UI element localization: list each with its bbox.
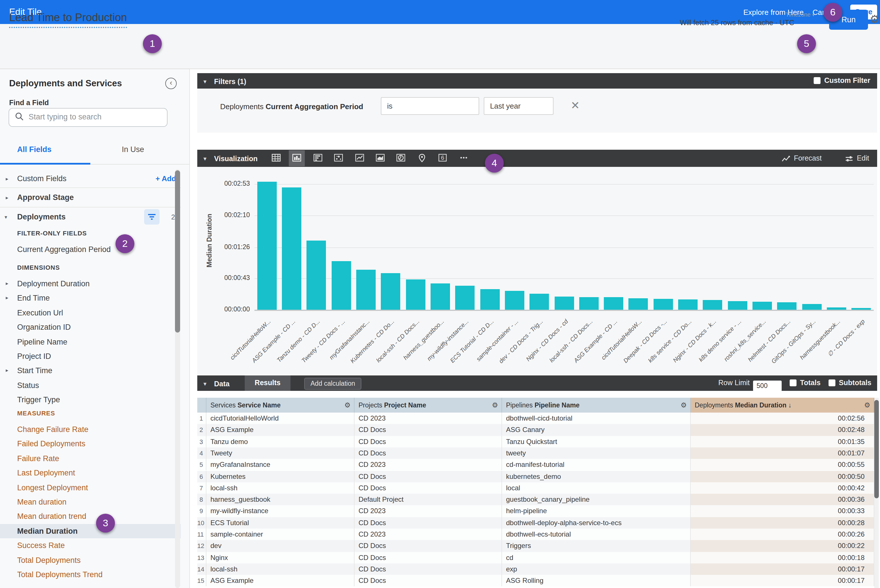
- sidebar-scrollbar-thumb[interactable]: [175, 170, 180, 333]
- gear-icon[interactable]: ⚙: [870, 13, 879, 26]
- field-start-time[interactable]: ▸Start Time: [0, 364, 181, 378]
- bar-k8s-service-cd-do[interactable]: [678, 299, 698, 310]
- gear-icon[interactable]: ⚙: [680, 398, 687, 412]
- bar-tweety-cd-docs[interactable]: [331, 261, 351, 310]
- field-deployment-duration[interactable]: ▸Deployment Duration: [0, 277, 181, 291]
- table-row[interactable]: 13NginxCD Docscd00:00:18: [197, 552, 874, 563]
- field-project-id[interactable]: Project ID: [0, 349, 181, 364]
- totals-checkbox[interactable]: [790, 380, 797, 386]
- pie-chart-icon[interactable]: [393, 150, 409, 166]
- add-calculation-button[interactable]: Add calculation: [304, 378, 361, 390]
- column-header-median-duration[interactable]: Deployments Median Duration ↓ ⚙: [691, 398, 874, 412]
- field-current-aggregation-period[interactable]: Current Aggregation Period: [0, 242, 181, 257]
- table-row[interactable]: 9my-wildfly-instanceCD 2023helm-pipeline…: [197, 506, 874, 517]
- remove-filter-icon[interactable]: ✕: [571, 99, 580, 112]
- filter-value-input[interactable]: Last year: [484, 97, 554, 115]
- bar-chart-icon[interactable]: [310, 150, 326, 166]
- results-tab[interactable]: Results: [245, 375, 290, 391]
- subtotals-checkbox[interactable]: [829, 380, 835, 386]
- bar-cicdtutorialhellow[interactable]: [629, 298, 648, 310]
- bar-deepak-cd-docs[interactable]: [654, 299, 673, 310]
- bar-sample-container[interactable]: [505, 291, 524, 310]
- more-icon[interactable]: [456, 150, 471, 166]
- table-row[interactable]: 7local-sshCD Docslocal00:00:42: [197, 482, 874, 494]
- field-trigger-type[interactable]: Trigger Type: [0, 393, 181, 407]
- map-pin-icon[interactable]: [414, 150, 430, 166]
- bar-tanzu-demo-cd-d[interactable]: [307, 241, 326, 310]
- bar-cicdtutorialhellow[interactable]: [257, 182, 277, 310]
- filter-operator-select[interactable]: is: [381, 97, 479, 115]
- bar-local-ssh-cd-docs[interactable]: [406, 279, 425, 310]
- line-chart-icon[interactable]: [351, 150, 367, 166]
- column-header-service-name[interactable]: Services Service Name ⚙: [206, 398, 355, 412]
- add-custom-field-button[interactable]: + Add: [155, 171, 176, 186]
- visualization-section-header[interactable]: ▼ Visualization 6 Forecast Edit: [197, 150, 877, 167]
- collapse-sidebar-icon[interactable]: ‹: [165, 78, 177, 89]
- filter-field-button[interactable]: [144, 209, 159, 225]
- bar-gitops-gitops-sy[interactable]: [802, 304, 821, 310]
- field-longest-deployment[interactable]: Longest Deployment: [0, 480, 181, 495]
- bar-harness-guestboo[interactable]: [430, 284, 450, 310]
- checkbox-icon[interactable]: [814, 77, 821, 84]
- tile-title-editable[interactable]: Lead Time to Production: [9, 11, 127, 28]
- field-mean-duration[interactable]: Mean duration: [0, 495, 181, 509]
- bar-asg-example-cd[interactable]: [282, 188, 301, 310]
- field-pipeline-name[interactable]: Pipeline Name: [0, 334, 181, 349]
- column-chart-icon[interactable]: [289, 150, 305, 166]
- sidebar-item-approval-stage[interactable]: ▸ Approval Stage: [0, 190, 181, 205]
- table-row[interactable]: 11sample-containerCD 2023dbothwell-ecs-t…: [197, 529, 874, 540]
- bar-k8s-demo-service[interactable]: [728, 301, 747, 310]
- table-icon[interactable]: [268, 150, 284, 166]
- tab-all-fields[interactable]: All Fields: [17, 145, 51, 154]
- table-row[interactable]: 3Tanzu demoCD DocsTanzu Quickstart00:01:…: [197, 436, 874, 447]
- bar-my-wildfly-instance[interactable]: [455, 286, 475, 310]
- sidebar-item-custom-fields[interactable]: ▸ Custom Fields + Add: [0, 171, 181, 186]
- table-row[interactable]: 4TweetyCD Docstweety00:01:07: [197, 447, 874, 459]
- bar-local-ssh-cd-docs[interactable]: [579, 297, 599, 310]
- bar-asg-example-cd[interactable]: [604, 297, 623, 310]
- table-row[interactable]: 14local-sshCD Docsexp00:00:17: [197, 563, 874, 575]
- field-status[interactable]: Status: [0, 378, 181, 393]
- single-value-icon[interactable]: 6: [435, 150, 451, 166]
- data-section-header[interactable]: ▼ Data Results Add calculation Row Limit…: [197, 375, 877, 391]
- column-header-project-name[interactable]: Projects Project Name ⚙: [355, 398, 502, 412]
- tab-in-use[interactable]: In Use: [122, 145, 144, 154]
- bar-roshni-k8s-service[interactable]: [752, 302, 772, 310]
- bar-ecs-tutorial-cd-d[interactable]: [480, 290, 499, 310]
- bar-dev-cd-docs-trig[interactable]: [530, 294, 549, 310]
- table-row[interactable]: 12devCD DocsTriggers00:00:22: [197, 540, 874, 552]
- field-mean-duration-trend[interactable]: Mean duration trend: [0, 509, 181, 524]
- table-row[interactable]: 5myGrafanaInstanceCD 2023cd-manifest-tut…: [197, 459, 874, 471]
- table-row[interactable]: 2ASG ExampleCD DocsASG Canary00:02:48: [197, 424, 874, 436]
- bar-kubernetes-cd-do[interactable]: [381, 273, 400, 310]
- field-total-deployments-trend[interactable]: Total Deployments Trend: [0, 567, 181, 582]
- bar-harnessguestbook[interactable]: [827, 308, 846, 310]
- field-last-deployment[interactable]: Last Deployment: [0, 466, 181, 480]
- table-row[interactable]: 6KubernetesCD Docskubernetes_demo00:00:5…: [197, 471, 874, 482]
- bar-nginx-cd-docs-cd[interactable]: [554, 297, 574, 310]
- forecast-button[interactable]: Forecast: [782, 154, 822, 162]
- area-chart-icon[interactable]: [372, 150, 388, 166]
- gear-icon[interactable]: ⚙: [864, 398, 870, 412]
- table-scrollbar-thumb[interactable]: [874, 400, 879, 498]
- timezone-dropdown[interactable]: Timezone ▾: [786, 11, 815, 18]
- gear-icon[interactable]: ⚙: [492, 398, 498, 412]
- scatter-icon[interactable]: [331, 150, 346, 166]
- bar-nginx-cd-docs-k[interactable]: [703, 300, 722, 310]
- table-row[interactable]: 15ASG ExampleCD DocsASG Rolling00:00:17: [197, 575, 874, 586]
- edit-viz-button[interactable]: Edit: [845, 154, 869, 162]
- field-execution-url[interactable]: Execution Url: [0, 306, 181, 320]
- table-row[interactable]: 10ECS TutorialCD Docsdbothwell-deploy-al…: [197, 517, 874, 529]
- custom-filter-toggle[interactable]: Custom Filter: [814, 73, 870, 88]
- column-header-pipeline-name[interactable]: Pipelines Pipeline Name ⚙: [502, 398, 691, 412]
- filters-section-header[interactable]: ▼ Filters (1) Custom Filter: [197, 73, 877, 88]
- row-limit-input[interactable]: 500: [753, 381, 782, 392]
- table-row[interactable]: 1cicdTutorialHelloWorldCD 2023dbothwell-…: [197, 412, 874, 424]
- field-organization-id[interactable]: Organization ID: [0, 320, 181, 334]
- gear-icon[interactable]: ⚙: [344, 398, 350, 412]
- field-median-duration[interactable]: Median Duration: [0, 524, 181, 538]
- field-total-deployments[interactable]: Total Deployments: [0, 553, 181, 567]
- field-failed-deployments[interactable]: Failed Deployments: [0, 437, 181, 452]
- field-failure-rate[interactable]: Failure Rate: [0, 452, 181, 466]
- bar-helmtest-cd-docs[interactable]: [777, 303, 797, 310]
